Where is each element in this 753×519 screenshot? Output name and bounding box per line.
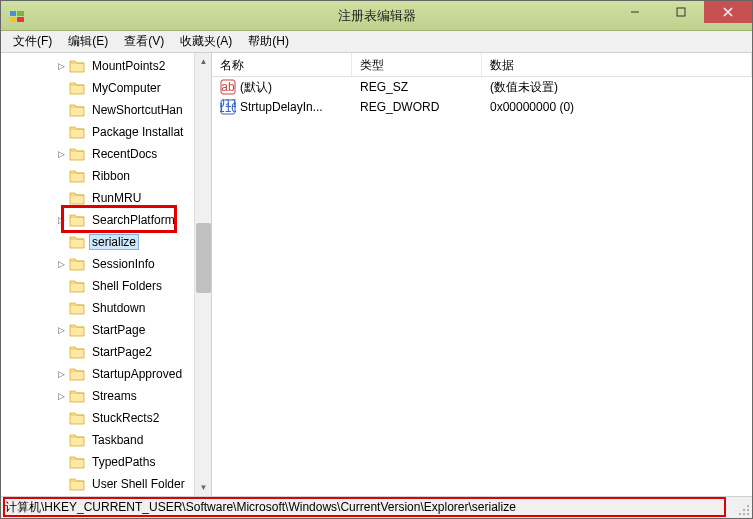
column-header-name[interactable]: 名称 xyxy=(212,53,352,76)
expander-none xyxy=(55,434,67,446)
cell-type: REG_DWORD xyxy=(352,99,482,115)
list-row[interactable]: 011110StrtupDelayIn...REG_DWORD0x0000000… xyxy=(212,97,752,117)
tree-row[interactable]: ▷SearchPlatform xyxy=(1,209,211,231)
menu-file[interactable]: 文件(F) xyxy=(5,31,60,52)
column-header-type[interactable]: 类型 xyxy=(352,53,482,76)
cell-type: REG_SZ xyxy=(352,79,482,95)
tree-item-label[interactable]: Shell Folders xyxy=(89,278,165,294)
tree-item-label[interactable]: StuckRects2 xyxy=(89,410,162,426)
svg-text:110: 110 xyxy=(220,101,236,115)
svg-rect-3 xyxy=(17,17,24,22)
folder-icon xyxy=(69,103,85,117)
scroll-down-button[interactable]: ▼ xyxy=(195,479,212,496)
title-bar: 注册表编辑器 xyxy=(1,1,752,31)
menu-help[interactable]: 帮助(H) xyxy=(240,31,297,52)
folder-icon xyxy=(69,301,85,315)
svg-rect-1 xyxy=(17,11,24,16)
tree-item-label[interactable]: SearchPlatform xyxy=(89,212,178,228)
tree-row[interactable]: ▷MountPoints2 xyxy=(1,55,211,77)
svg-text:ab: ab xyxy=(221,80,235,94)
folder-icon xyxy=(69,169,85,183)
tree-row[interactable]: ▷Streams xyxy=(1,385,211,407)
tree-item-label[interactable]: MountPoints2 xyxy=(89,58,168,74)
svg-rect-0 xyxy=(10,11,16,16)
tree-pane[interactable]: ▷MountPoints2MyComputerNewShortcutHanPac… xyxy=(1,53,212,496)
tree-row[interactable]: ▷StartupApproved xyxy=(1,363,211,385)
string-value-icon: ab xyxy=(220,79,236,95)
expander-none xyxy=(55,170,67,182)
tree-scrollbar[interactable]: ▲ ▼ xyxy=(194,53,211,496)
tree-row[interactable]: RunMRU xyxy=(1,187,211,209)
tree-item-label[interactable]: Taskband xyxy=(89,432,146,448)
menu-favorites[interactable]: 收藏夹(A) xyxy=(172,31,240,52)
scroll-up-button[interactable]: ▲ xyxy=(195,53,212,70)
list-pane[interactable]: 名称 类型 数据 ab(默认)REG_SZ(数值未设置)011110Strtup… xyxy=(212,53,752,496)
tree-row[interactable]: ▷StartPage xyxy=(1,319,211,341)
tree-item-label[interactable]: RunMRU xyxy=(89,190,144,206)
tree-item-label[interactable]: User Shell Folder xyxy=(89,476,188,492)
tree-row[interactable]: MyComputer xyxy=(1,77,211,99)
tree-item-label[interactable]: Streams xyxy=(89,388,140,404)
resize-grip[interactable] xyxy=(736,502,750,516)
expander-icon[interactable]: ▷ xyxy=(55,148,67,160)
list-row[interactable]: ab(默认)REG_SZ(数值未设置) xyxy=(212,77,752,97)
maximize-button[interactable] xyxy=(658,1,704,23)
folder-icon xyxy=(69,147,85,161)
window-title: 注册表编辑器 xyxy=(338,7,416,25)
tree-row[interactable]: StuckRects2 xyxy=(1,407,211,429)
expander-icon[interactable]: ▷ xyxy=(55,258,67,270)
svg-point-18 xyxy=(747,513,749,515)
svg-point-13 xyxy=(747,505,749,507)
expander-icon[interactable]: ▷ xyxy=(55,324,67,336)
tree-item-label[interactable]: Shutdown xyxy=(89,300,148,316)
tree-row[interactable]: TypedPaths xyxy=(1,451,211,473)
tree-row[interactable]: Taskband xyxy=(1,429,211,451)
tree-item-label[interactable]: Package Installat xyxy=(89,124,186,140)
tree-item-label[interactable]: TypedPaths xyxy=(89,454,158,470)
status-path: 计算机\HKEY_CURRENT_USER\Software\Microsoft… xyxy=(5,499,516,516)
tree-item-label[interactable]: StartupApproved xyxy=(89,366,185,382)
folder-icon xyxy=(69,125,85,139)
tree-row[interactable]: Shell Folders xyxy=(1,275,211,297)
binary-value-icon: 011110 xyxy=(220,99,236,115)
tree-row[interactable]: User Shell Folder xyxy=(1,473,211,495)
tree-row[interactable]: ▷UserAssist xyxy=(1,495,211,496)
tree-row[interactable]: StartPage2 xyxy=(1,341,211,363)
folder-icon xyxy=(69,257,85,271)
tree-row[interactable]: Ribbon xyxy=(1,165,211,187)
cell-name: ab(默认) xyxy=(212,78,352,97)
expander-icon[interactable]: ▷ xyxy=(55,60,67,72)
scroll-thumb[interactable] xyxy=(196,223,211,293)
expander-icon[interactable]: ▷ xyxy=(55,214,67,226)
folder-icon xyxy=(69,323,85,337)
column-header-data[interactable]: 数据 xyxy=(482,53,752,76)
expander-icon[interactable]: ▷ xyxy=(55,368,67,380)
folder-icon xyxy=(69,81,85,95)
tree-item-label[interactable]: StartPage2 xyxy=(89,344,155,360)
tree-row[interactable]: Shutdown xyxy=(1,297,211,319)
tree-item-label[interactable]: serialize xyxy=(89,234,139,250)
tree-item-label[interactable]: RecentDocs xyxy=(89,146,160,162)
tree-row[interactable]: Package Installat xyxy=(1,121,211,143)
tree-row[interactable]: ▷RecentDocs xyxy=(1,143,211,165)
minimize-button[interactable] xyxy=(612,1,658,23)
tree-row[interactable]: serialize xyxy=(1,231,211,253)
svg-point-14 xyxy=(743,509,745,511)
expander-icon[interactable]: ▷ xyxy=(55,390,67,402)
tree-item-label[interactable]: MyComputer xyxy=(89,80,164,96)
folder-icon xyxy=(69,389,85,403)
menu-view[interactable]: 查看(V) xyxy=(116,31,172,52)
close-button[interactable] xyxy=(704,1,752,23)
tree-item-label[interactable]: SessionInfo xyxy=(89,256,158,272)
tree-row[interactable]: NewShortcutHan xyxy=(1,99,211,121)
menu-edit[interactable]: 编辑(E) xyxy=(60,31,116,52)
svg-rect-5 xyxy=(677,8,685,16)
content-area: ▷MountPoints2MyComputerNewShortcutHanPac… xyxy=(1,53,752,496)
tree-item-label[interactable]: NewShortcutHan xyxy=(89,102,186,118)
tree-row[interactable]: ▷SessionInfo xyxy=(1,253,211,275)
tree-item-label[interactable]: StartPage xyxy=(89,322,148,338)
status-bar: 计算机\HKEY_CURRENT_USER\Software\Microsoft… xyxy=(1,496,752,518)
tree-item-label[interactable]: Ribbon xyxy=(89,168,133,184)
folder-icon xyxy=(69,59,85,73)
folder-icon xyxy=(69,235,85,249)
